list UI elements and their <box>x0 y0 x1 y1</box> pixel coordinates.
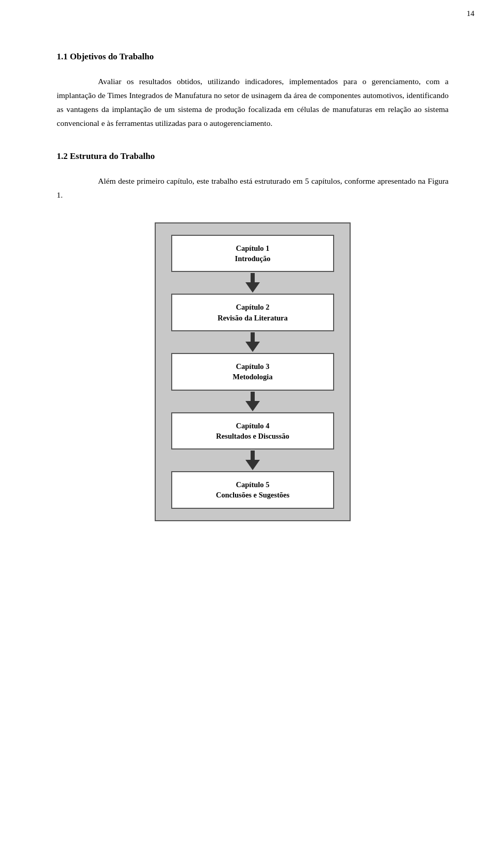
section1-title: 1.1 Objetivos do Trabalho <box>57 52 449 62</box>
diagram-box-4: Capítulo 4 Resultados e Discussão <box>171 412 334 450</box>
page-number: 14 <box>467 9 474 18</box>
structure-diagram: Capítulo 1 Introdução Capítulo 2 Revisão… <box>57 222 449 521</box>
diagram-box-1: Capítulo 1 Introdução <box>171 235 334 272</box>
diagram-box-3: Capítulo 3 Metodologia <box>171 353 334 391</box>
diagram-box-5: Capítulo 5 Conclusões e Sugestões <box>171 471 334 509</box>
section2-title: 1.2 Estrutura do Trabalho <box>57 151 449 162</box>
arrow-3 <box>245 392 260 411</box>
page-content: 1.1 Objetivos do Trabalho Avaliar os res… <box>0 0 495 573</box>
section1-paragraph: Avaliar os resultados obtidos, utilizand… <box>57 74 449 131</box>
section2-paragraph: Além deste primeiro capítulo, este traba… <box>57 174 449 202</box>
arrow-4 <box>245 451 260 470</box>
arrow-2 <box>245 332 260 352</box>
diagram-outer-box: Capítulo 1 Introdução Capítulo 2 Revisão… <box>155 222 351 521</box>
arrow-1 <box>245 273 260 293</box>
diagram-box-2: Capítulo 2 Revisão da Literatura <box>171 294 334 331</box>
